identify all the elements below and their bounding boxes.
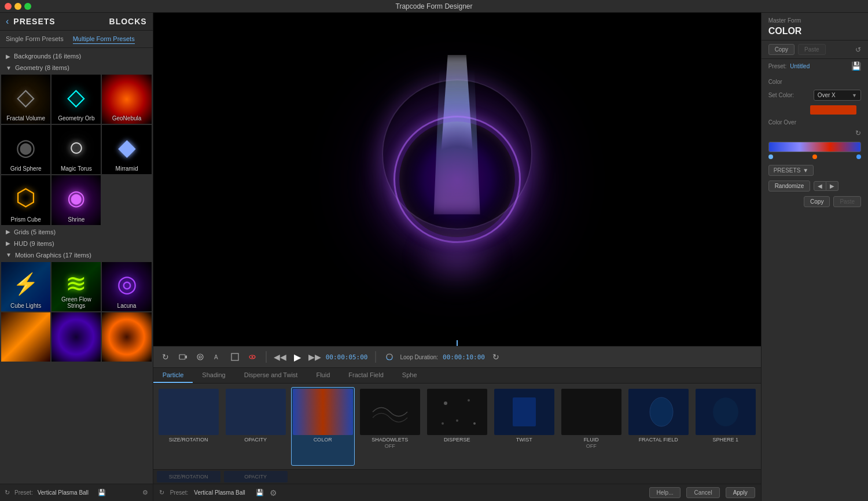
gradient-marker-3[interactable] [856,154,861,159]
block-twist[interactable]: TWIST [492,387,556,466]
rp-preset-value: Untitled [790,63,810,69]
block-sphere1[interactable]: SPHERE 1 [694,387,757,466]
loop-button[interactable] [383,351,396,363]
randomize-button[interactable]: Randomize [768,180,811,191]
tab-fractal-field[interactable]: Fractal Field [339,368,393,383]
block-opacity[interactable]: OPACITY [224,387,288,466]
maximize-button[interactable] [24,3,31,10]
sub-block-opacity-label: OPACITY [244,474,267,480]
rp-color-label: Color [768,79,809,85]
preset-green-flow[interactable]: Green Flow Strings [52,262,101,311]
preset-geometry-orb[interactable]: Geometry Orb [52,75,101,124]
tab-shading[interactable]: Shading [193,368,234,383]
preset-bar-reset-icon[interactable]: ↻ [5,489,10,496]
cancel-button[interactable]: Cancel [686,487,719,498]
preset-lacuna[interactable]: Lacuna [102,262,151,311]
sub-block-size[interactable]: SIZE/ROTATION [157,471,220,482]
tab-single-form[interactable]: Single Form Presets [6,34,64,44]
section-grids[interactable]: ▶ Grids (5 items) [0,226,153,238]
preset-magic-torus[interactable]: Magic Torus [52,125,101,174]
svg-point-2 [197,354,203,360]
preset-prism-cube[interactable]: Prism Cube [1,175,50,224]
bottom-gear-icon[interactable]: ⚙ [270,488,277,498]
preset-mirramid[interactable]: Mirramid [102,125,151,174]
back-button[interactable]: ‹ [6,16,9,27]
preset-row4c[interactable] [102,312,151,362]
undo-transport-button[interactable]: ↻ [159,351,172,363]
apply-button[interactable]: Apply [726,487,755,498]
preset-geonebula[interactable]: GeoNebula [102,75,151,124]
tab-particle[interactable]: Particle [153,368,193,383]
block-fluid-thumb [561,389,621,435]
tab-fluid[interactable]: Fluid [307,368,339,383]
svg-point-11 [473,422,476,425]
crop-button[interactable] [229,351,241,363]
gradient-bar[interactable] [768,142,861,152]
rp-title: COLOR [762,26,868,40]
tab-multiple-form[interactable]: Multiple Form Presets [73,34,135,44]
svg-point-10 [456,419,458,422]
next-arrow-button[interactable]: ▶ [826,181,838,191]
svg-text:A: A [214,354,218,360]
gradient-marker-2[interactable] [812,154,817,159]
preset-grid-sphere[interactable]: Grid Sphere [1,125,50,174]
svg-point-7 [251,356,253,358]
rp-save-icon[interactable]: 💾 [851,61,861,71]
preset-row4a[interactable] [1,312,50,362]
preset-shrine[interactable]: Shrine [52,175,101,224]
bottom-reset-icon[interactable]: ↻ [159,489,164,496]
sub-block-opacity[interactable]: OPACITY [224,471,288,482]
section-hud[interactable]: ▶ HUD (9 items) [0,238,153,249]
gradient-copy-button[interactable]: Copy [804,196,830,207]
block-fluid[interactable]: FLUID OFF [560,387,623,466]
goto-end-button[interactable]: ▶▶ [308,351,321,363]
minimize-button[interactable] [14,3,21,10]
block-disperse[interactable]: DISPERSE [425,387,489,466]
bottom-save-icon[interactable]: 💾 [256,489,264,496]
camera-button[interactable] [176,351,189,363]
block-fractal-field[interactable]: FRACTAL FIELD [627,387,690,466]
set-color-select[interactable]: Over X ▼ [814,90,861,101]
close-button[interactable] [5,3,12,10]
block-shadowlets[interactable]: SHADOWLETS OFF [358,387,422,466]
gradient-marker-1[interactable] [768,154,773,159]
preset-bar-gear-icon[interactable]: ⚙ [142,489,148,496]
plasma-glow-bottom [414,223,501,292]
block-color[interactable]: COLOR [291,387,355,466]
rp-paste-button: Paste [798,44,826,55]
tab-sphere[interactable]: Sphe [393,368,426,383]
prev-arrow-button[interactable]: ◀ [814,181,826,191]
block-shadowlets-thumb [360,389,420,435]
block-fractal-thumb [628,389,689,435]
gradient-paste-button: Paste [833,196,861,207]
help-button[interactable]: Help... [649,487,681,498]
preset-fractal-volume[interactable]: Fractal Volume [1,75,50,124]
goto-start-button[interactable]: ◀◀ [274,351,286,363]
tab-disperse-twist[interactable]: Disperse and Twist [235,368,307,383]
rp-reset-icon[interactable]: ↺ [855,46,861,54]
section-motion-graphics[interactable]: ▼ Motion Graphics (17 items) [0,249,153,261]
rp-copy-button[interactable]: Copy [768,44,795,55]
timeline-marker [457,340,458,346]
play-button[interactable]: ▶ [291,351,304,363]
gradient-presets-button[interactable]: PRESETS ▼ [768,165,814,176]
transport-bar: ↻ A ◀◀ ▶ ▶▶ 00:00:05:00 [153,346,761,368]
section-backgrounds[interactable]: ▶ Backgrounds (16 items) [0,50,153,62]
preset-row4b[interactable] [52,312,101,362]
block-opacity-label: OPACITY [244,437,267,443]
gradient-reset-icon[interactable]: ↻ [855,129,861,137]
text-button[interactable]: A [211,351,224,363]
gradient-buttons-row: PRESETS ▼ [762,163,868,178]
preset-green-flow-label: Green Flow Strings [52,296,101,309]
copy-paste-row: Copy Paste [762,194,868,209]
loop-reset-button[interactable]: ↻ [490,351,502,363]
gradient-presets-label: PRESETS [774,167,801,174]
rp-gradient-reset-row: ↻ [762,128,868,138]
color-swatch[interactable] [810,105,856,115]
audio-button[interactable] [194,351,207,363]
preset-cube-lights[interactable]: Cube Lights [1,262,50,311]
section-geometry[interactable]: ▼ Geometry (8 items) [0,62,153,73]
block-size-rotation[interactable]: SIZE/ROTATION [157,387,220,466]
eye-button[interactable] [246,351,259,363]
preset-bar-save-icon[interactable]: 💾 [98,489,106,496]
